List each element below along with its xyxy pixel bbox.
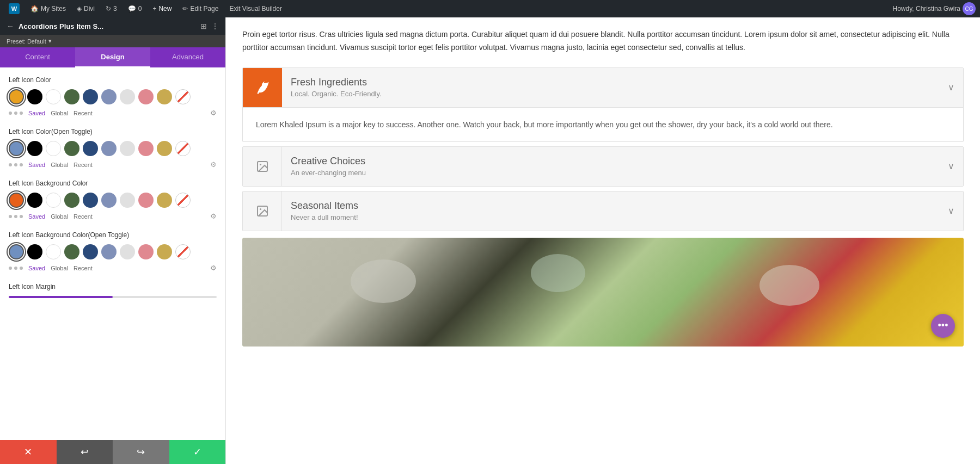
dot-1[interactable]: [9, 112, 12, 115]
swatch-white-3[interactable]: [46, 193, 61, 208]
swatch-pink-2[interactable]: [138, 141, 154, 156]
swatch-light-gray-3[interactable]: [120, 193, 135, 208]
confirm-button[interactable]: ✓: [169, 440, 226, 464]
howdy-text: Howdy, Christina Gwira: [893, 5, 960, 13]
recent-link-4[interactable]: Recent: [74, 265, 93, 271]
fab-button[interactable]: •••: [931, 314, 955, 338]
swatch-none-2[interactable]: [175, 141, 191, 156]
swatch-black[interactable]: [27, 89, 42, 104]
dot-10[interactable]: [9, 267, 12, 270]
undo-button[interactable]: ↩: [57, 440, 113, 464]
swatch-light-blue-3[interactable]: [101, 193, 117, 208]
global-link-4[interactable]: Global: [51, 265, 68, 271]
dot-4[interactable]: [9, 163, 12, 166]
seasonal-chevron-icon[interactable]: ∨: [939, 197, 963, 225]
accordion-header-fresh[interactable]: Fresh Ingredients Local. Organic. Eco-Fr…: [243, 68, 963, 107]
recent-link-3[interactable]: Recent: [74, 213, 93, 220]
gear-icon-3[interactable]: ⚙: [210, 212, 217, 220]
seasonal-title: Seasonal Items: [291, 200, 930, 212]
dot-6[interactable]: [20, 163, 23, 166]
left-icon-color-label: Left Icon Color: [9, 76, 217, 84]
swatch-dark-blue[interactable]: [83, 89, 98, 104]
back-arrow-icon[interactable]: ←: [7, 22, 14, 30]
gear-icon[interactable]: ⚙: [210, 109, 217, 117]
dot-2[interactable]: [14, 112, 17, 115]
tab-content[interactable]: Content: [0, 47, 75, 67]
saved-link-2[interactable]: Saved: [28, 162, 45, 168]
swatch-light-gray-2[interactable]: [120, 141, 135, 156]
swatch-light-gray-4[interactable]: [120, 244, 135, 259]
swatch-white-4[interactable]: [46, 244, 61, 259]
saved-link-3[interactable]: Saved: [28, 213, 45, 220]
cancel-button[interactable]: ✕: [0, 440, 57, 464]
swatch-pink[interactable]: [138, 89, 154, 104]
swatch-dark-green[interactable]: [64, 89, 79, 104]
grid-icon[interactable]: ⊞: [200, 22, 207, 30]
accordion-header-seasonal[interactable]: Seasonal Items Never a dull moment! ∨: [243, 191, 963, 231]
swatch-pink-4[interactable]: [138, 244, 154, 259]
dot-5[interactable]: [14, 163, 17, 166]
recent-link-2[interactable]: Recent: [74, 162, 93, 168]
accordion-header-creative[interactable]: Creative Choices An ever-changing menu ∨: [243, 147, 963, 186]
new-button[interactable]: + New: [148, 3, 176, 15]
swatch-pink-3[interactable]: [138, 193, 154, 208]
swatch-tan-4[interactable]: [157, 244, 172, 259]
tab-design[interactable]: Design: [75, 47, 150, 67]
swatch-dark-blue-4[interactable]: [83, 244, 98, 259]
swatch-black-4[interactable]: [27, 244, 42, 259]
swatch-white-2[interactable]: [46, 141, 61, 156]
dot-3[interactable]: [20, 112, 23, 115]
swatch-white[interactable]: [46, 89, 61, 104]
swatch-none-3[interactable]: [175, 193, 191, 208]
tab-advanced[interactable]: Advanced: [150, 47, 225, 67]
swatch-blue-bg-open[interactable]: [9, 244, 24, 259]
user-avatar[interactable]: CG: [963, 2, 976, 15]
preset-bar[interactable]: Preset: Default ▾: [0, 35, 225, 47]
global-link-2[interactable]: Global: [51, 162, 68, 168]
leaf-icon: [255, 80, 270, 95]
global-link[interactable]: Global: [51, 110, 68, 116]
swatch-dark-blue-2[interactable]: [83, 141, 98, 156]
dot-8[interactable]: [14, 215, 17, 218]
swatch-gold[interactable]: [9, 89, 24, 104]
swatch-light-blue-2[interactable]: [101, 141, 117, 156]
saved-link[interactable]: Saved: [28, 110, 45, 116]
my-sites-link[interactable]: 🏠 My Sites: [26, 3, 70, 15]
exit-builder-link[interactable]: Exit Visual Builder: [225, 3, 286, 15]
edit-page-link[interactable]: ✏ Edit Page: [178, 3, 223, 15]
swatch-orange-bg[interactable]: [9, 193, 24, 208]
dot-7[interactable]: [9, 215, 12, 218]
comments-link[interactable]: 💬 0: [124, 3, 146, 15]
dot-9[interactable]: [20, 215, 23, 218]
creative-chevron-icon[interactable]: ∨: [939, 152, 963, 180]
swatch-blue-open[interactable]: [9, 141, 24, 156]
redo-button[interactable]: ↪: [113, 440, 169, 464]
swatch-tan-3[interactable]: [157, 193, 172, 208]
wp-logo[interactable]: W: [4, 1, 24, 16]
swatch-dark-green-2[interactable]: [64, 141, 79, 156]
swatch-tan-2[interactable]: [157, 141, 172, 156]
fresh-chevron-icon[interactable]: ∨: [939, 73, 963, 101]
swatch-light-gray[interactable]: [120, 89, 135, 104]
divi-link[interactable]: ◈ Divi: [72, 3, 99, 15]
saved-link-4[interactable]: Saved: [28, 265, 45, 271]
swatch-none[interactable]: [175, 89, 191, 104]
swatch-tan[interactable]: [157, 89, 172, 104]
swatch-dark-green-4[interactable]: [64, 244, 79, 259]
gear-icon-4[interactable]: ⚙: [210, 264, 217, 272]
menu-icon[interactable]: ⋮: [211, 22, 219, 30]
swatch-black-2[interactable]: [27, 141, 42, 156]
dot-12[interactable]: [20, 267, 23, 270]
swatch-none-4[interactable]: [175, 244, 191, 259]
swatch-light-blue-4[interactable]: [101, 244, 117, 259]
swatch-light-blue[interactable]: [101, 89, 117, 104]
swatch-black-3[interactable]: [27, 193, 42, 208]
swatch-dark-blue-3[interactable]: [83, 193, 98, 208]
gear-icon-2[interactable]: ⚙: [210, 160, 217, 169]
swatch-dark-green-3[interactable]: [64, 193, 79, 208]
recent-link[interactable]: Recent: [74, 110, 93, 116]
counter-link[interactable]: ↻ 3: [101, 3, 121, 15]
dot-11[interactable]: [14, 267, 17, 270]
panel-title-group: ← Accordions Plus Item S...: [7, 22, 103, 30]
global-link-3[interactable]: Global: [51, 213, 68, 220]
